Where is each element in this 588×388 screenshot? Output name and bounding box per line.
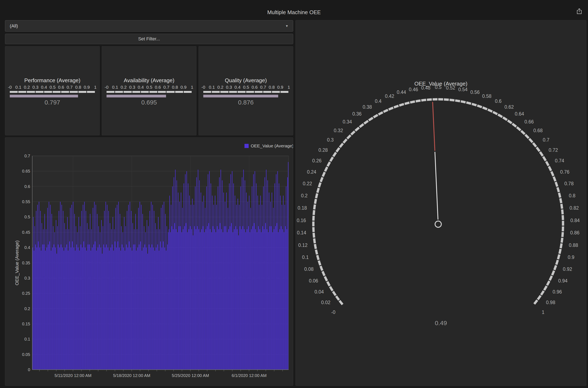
bar [269, 226, 270, 370]
gauge-tick-label: 0.76 [560, 169, 569, 175]
bar [248, 226, 249, 370]
bar [216, 205, 217, 370]
bar [131, 211, 132, 370]
bar [47, 208, 48, 370]
bar [78, 247, 78, 370]
bar [158, 217, 159, 370]
bar [64, 251, 64, 370]
legend-swatch [244, 144, 249, 148]
bar [184, 183, 184, 370]
scale-segment [44, 91, 52, 93]
bar [215, 196, 215, 370]
bar [99, 244, 100, 370]
gauge-tick-label: 0.88 [569, 242, 578, 248]
card-value: 0.876 [199, 99, 293, 106]
y-tick-label: 0.25 [22, 291, 30, 296]
bar [64, 223, 65, 370]
bar [196, 229, 196, 370]
bar [146, 247, 146, 370]
bar [166, 251, 166, 370]
bar [164, 202, 164, 370]
bar [254, 223, 255, 370]
bar [228, 229, 229, 370]
bar [108, 247, 108, 370]
bar [88, 229, 89, 370]
linear-gauge-value-bar [107, 95, 166, 97]
bar [70, 208, 71, 370]
bar [133, 244, 134, 370]
bar [113, 217, 113, 370]
bar [235, 226, 236, 370]
radial-gauge: -00.020.040.060.080.10.120.140.160.180.2… [296, 20, 586, 386]
bar [169, 229, 169, 370]
bar [141, 205, 142, 370]
kpi-card-quality: Quality (Average) -00.10.20.30.40.50.60.… [198, 46, 293, 135]
bar [271, 226, 272, 370]
scale-tick-label: 0.4 [235, 85, 240, 90]
bar [126, 244, 127, 370]
scale-tick-label: 0.1 [209, 85, 215, 90]
bar [208, 174, 208, 370]
bar [265, 223, 266, 370]
bar [200, 232, 201, 370]
bar [171, 205, 171, 370]
scale-tick-label: 0.4 [41, 85, 47, 90]
bar [77, 232, 78, 370]
bar [288, 162, 289, 370]
scale-tick-label: 0.6 [155, 85, 161, 90]
bar [107, 205, 108, 370]
bar [263, 187, 264, 370]
set-filter-button[interactable]: Set Filter... [5, 34, 293, 44]
bar [35, 226, 35, 370]
machine-filter-dropdown[interactable]: (All) ▼ [5, 20, 293, 32]
bar [172, 187, 173, 370]
bar [264, 229, 264, 370]
scale-tick-label: 1 [287, 85, 290, 90]
scale-tick-label: 0.2 [217, 85, 223, 90]
bar [247, 202, 248, 370]
bar [280, 229, 280, 370]
gauge-tick-label: 0.92 [563, 267, 572, 272]
bar [114, 229, 115, 370]
bar [102, 254, 103, 370]
scale-tick-label: 0.3 [129, 85, 135, 90]
gauge-tick-label: 0.08 [304, 267, 314, 272]
scale-segment [132, 91, 140, 93]
scale-segment [175, 91, 183, 93]
gauge-tick-label: 0.98 [546, 300, 555, 305]
bar [65, 247, 66, 370]
bar [153, 247, 154, 370]
gauge-tick-label: 0.7 [543, 137, 549, 143]
bar [96, 251, 97, 370]
bar [250, 232, 250, 370]
bar [193, 205, 194, 370]
oee-dashboard: Multiple Machine OEE (All) ▼ Set Filter.… [0, 0, 588, 388]
bar [184, 226, 185, 370]
bar [253, 174, 254, 370]
legend[interactable]: OEE_Value (Average) [244, 144, 293, 148]
gauge-tick-label: 0.12 [298, 242, 307, 248]
gauge-tick-label: 0.86 [570, 230, 580, 235]
bar [67, 217, 68, 370]
bar [197, 226, 198, 370]
gauge-tick-label: 0.04 [314, 289, 324, 294]
bar [259, 205, 259, 370]
bar [240, 226, 240, 370]
bar [37, 205, 38, 370]
share-export-icon[interactable] [576, 8, 583, 15]
bar [148, 226, 149, 370]
bar [44, 244, 44, 370]
bar [206, 187, 207, 370]
bar [255, 171, 255, 370]
bar [162, 205, 163, 370]
bar [61, 205, 62, 370]
bar [152, 205, 153, 370]
bar [175, 170, 176, 370]
gauge-tick-label: -0 [331, 310, 335, 315]
bar [165, 214, 166, 370]
bar [286, 187, 286, 370]
bar [207, 226, 208, 370]
gauge-tick-label: 0.16 [297, 218, 306, 223]
bar [264, 177, 265, 370]
bar [257, 196, 258, 370]
